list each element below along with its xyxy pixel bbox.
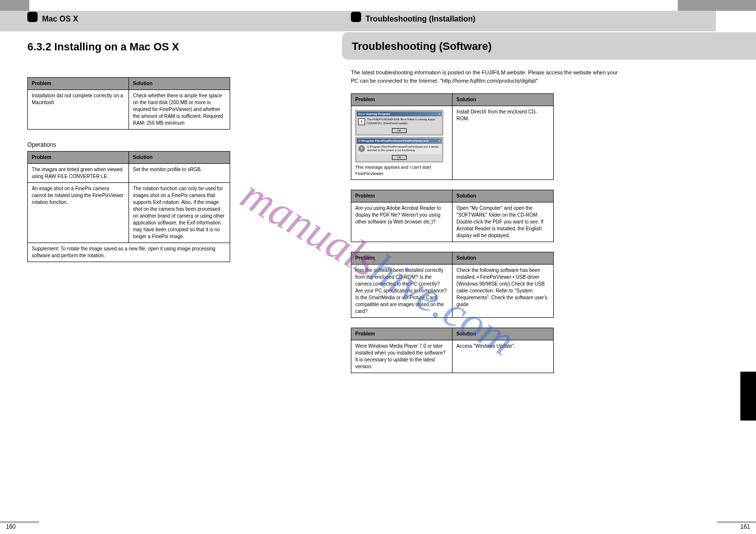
- side-tab: [740, 372, 756, 421]
- error-icon: ×: [358, 145, 365, 152]
- dialog-button-row: OK: [357, 127, 442, 134]
- error-dialog-1: Error Starting Program × ! The FINEPIXVI…: [355, 110, 443, 135]
- page-number-left: 160: [6, 523, 16, 530]
- subtitle-left: 6.3.2 Installing on a Mac OS X: [27, 41, 179, 53]
- cell-solution: The rotation function can only be used f…: [129, 183, 230, 243]
- table-row: Are you using Adobe Acrobat Reader to di…: [351, 202, 554, 242]
- cell-problem-with-dialogs: Error Starting Program × ! The FINEPIXVI…: [351, 106, 453, 180]
- th-problem: Problem: [351, 252, 453, 264]
- right-table-2: Problem Solution Are you using Adobe Acr…: [351, 190, 554, 242]
- dialog-text: The FINEPIXVIEWER.EXE file is linked to …: [367, 118, 440, 125]
- th-solution: Solution: [453, 328, 554, 340]
- subtitle-right-band: Troubleshooting (Software): [342, 32, 756, 60]
- cell-problem: Has the software been installed correctl…: [351, 264, 453, 317]
- cell-problem: Are you using Adobe Acrobat Reader to di…: [351, 202, 453, 242]
- section-marker-left: [27, 12, 38, 22]
- cell-problem: An image shot on a FinePix camera cannot…: [28, 183, 129, 243]
- section-title-right: Troubleshooting (Installation): [366, 15, 475, 23]
- cell-solution: Set the monitor profile to sRGB.: [129, 164, 230, 183]
- dialog-title-text: Error Starting Program: [358, 112, 390, 116]
- left-table-2: Problem Solution The images are tinted g…: [27, 151, 230, 262]
- cell-solution: Install DirectX from the enclosed CD-ROM…: [453, 106, 554, 180]
- left-page-content: Problem Solution Installation did not co…: [27, 68, 321, 274]
- close-icon: ×: [438, 139, 440, 143]
- page-number-right: 161: [740, 523, 750, 530]
- dialog-title-bar: Error Starting Program ×: [357, 111, 442, 116]
- right-page-content: The latest troubleshooting information i…: [351, 68, 625, 383]
- dialog-caption: This message appears and I can't start F…: [355, 164, 448, 177]
- cell-supplement: Supplement: To rotate the image saved as…: [28, 243, 230, 262]
- dialog-body: × C:\Program Files\FinePixViewer\FinePix…: [357, 144, 442, 154]
- ok-button: OK: [392, 128, 407, 133]
- cell-solution: Check the following software has been in…: [453, 264, 554, 317]
- subtitle-right-text: Troubleshooting (Software): [352, 40, 492, 52]
- th-problem: Problem: [28, 78, 129, 90]
- th-solution: Solution: [453, 252, 554, 264]
- dialog-body: ! The FINEPIXVIEWER.EXE file is linked t…: [357, 116, 442, 127]
- table-row: An image shot on a FinePix camera cannot…: [28, 183, 230, 243]
- cell-solution: Check whether there is ample free space …: [129, 90, 230, 130]
- error-dialog-2: C:\Program Files\FinePixViewer\FinePixVi…: [355, 137, 443, 162]
- cell-solution: Open "My Computer" and open the "SOFTWAR…: [453, 202, 554, 242]
- th-problem: Problem: [28, 152, 129, 164]
- close-icon: ×: [438, 112, 440, 116]
- footer-bar-right: [717, 521, 756, 523]
- cell-problem: The images are tinted green when viewed …: [28, 164, 129, 183]
- cell-problem: Installation did not complete correctly …: [28, 90, 129, 130]
- section-marker-right: [351, 12, 361, 22]
- th-problem: Problem: [351, 94, 453, 106]
- th-solution: Solution: [453, 190, 554, 202]
- top-dark-block-left: [0, 0, 29, 11]
- right-table-1: Problem Solution Error Starting Program …: [351, 93, 554, 180]
- cell-solution: Access "Windows Update".: [453, 340, 554, 373]
- th-solution: Solution: [129, 78, 230, 90]
- top-dark-block-right: [678, 0, 756, 11]
- th-problem: Problem: [351, 328, 453, 340]
- dialog-title-text: C:\Program Files\FinePixViewer\FinePixVi…: [358, 139, 429, 143]
- left-table-1: Problem Solution Installation did not co…: [27, 77, 230, 130]
- right-intro: The latest troubleshooting information i…: [351, 68, 625, 85]
- dialog-button-row: OK: [357, 154, 442, 161]
- dialog-text: C:\Program Files\FinePixViewer\FinePixVi…: [367, 145, 440, 153]
- table-row: Installation did not complete correctly …: [28, 90, 230, 130]
- dialog-title-bar: C:\Program Files\FinePixViewer\FinePixVi…: [357, 138, 442, 143]
- right-table-3: Problem Solution Has the software been i…: [351, 252, 554, 318]
- th-solution: Solution: [453, 94, 554, 106]
- heading-operations: Operations: [27, 141, 321, 148]
- table-row: Error Starting Program × ! The FINEPIXVI…: [351, 106, 554, 180]
- th-solution: Solution: [129, 152, 230, 164]
- ok-button: OK: [392, 155, 407, 160]
- right-table-4: Problem Solution Were Windows Media Play…: [351, 328, 554, 373]
- cell-problem: Were Windows Media Player 7.0 or later i…: [351, 340, 453, 373]
- section-title-left: Mac OS X: [42, 15, 78, 23]
- warning-icon: !: [358, 118, 365, 125]
- table-row: Were Windows Media Player 7.0 or later i…: [351, 340, 554, 373]
- table-row: Supplement: To rotate the image saved as…: [28, 243, 230, 262]
- table-row: The images are tinted green when viewed …: [28, 164, 230, 183]
- th-problem: Problem: [351, 190, 453, 202]
- table-row: Has the software been installed correctl…: [351, 264, 554, 317]
